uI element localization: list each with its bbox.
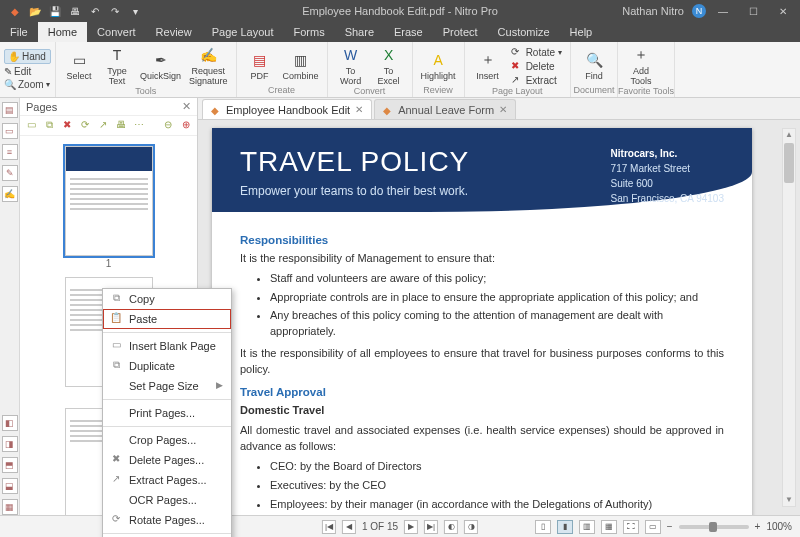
context-menu: ⧉Copy📋Paste▭Insert Blank Page⧉DuplicateS…: [102, 288, 232, 537]
menu-erase[interactable]: Erase: [384, 22, 433, 42]
pages-icon[interactable]: ▭: [2, 123, 18, 139]
quicksign-button[interactable]: ✒QuickSign: [140, 51, 181, 81]
pdf-button[interactable]: ▤PDF: [245, 51, 275, 81]
extract-button[interactable]: ↗Extract: [511, 74, 562, 86]
nav-fwd-button[interactable]: ◑: [464, 520, 478, 534]
vertical-scrollbar[interactable]: ▲ ▼: [782, 128, 796, 507]
menu-page-layout[interactable]: Page Layout: [202, 22, 284, 42]
menu-share[interactable]: Share: [335, 22, 384, 42]
first-page-button[interactable]: |◀: [322, 520, 336, 534]
save-icon[interactable]: 💾: [48, 4, 62, 18]
cm-rotate-pages-[interactable]: ⟳Rotate Pages...: [103, 510, 231, 530]
cm-print-pages-[interactable]: Print Pages...: [103, 403, 231, 423]
view-single-button[interactable]: ▯: [535, 520, 551, 534]
scroll-down-icon[interactable]: ▼: [783, 494, 795, 506]
view-collapse-button[interactable]: ▭: [645, 520, 661, 534]
menu-review[interactable]: Review: [146, 22, 202, 42]
maximize-button[interactable]: ☐: [740, 1, 766, 21]
next-page-button[interactable]: ▶: [404, 520, 418, 534]
cm-crop-pages-[interactable]: Crop Pages...: [103, 430, 231, 450]
menu-protect[interactable]: Protect: [433, 22, 488, 42]
redo-icon[interactable]: ↷: [108, 4, 122, 18]
user-name[interactable]: Nathan Nitro: [622, 5, 684, 17]
menu-file[interactable]: File: [0, 22, 38, 42]
tab-annual-leave[interactable]: ◆ Annual Leave Form ✕: [374, 99, 516, 119]
doc-address: Nitrocars, Inc. 717 Market Street Suite …: [611, 146, 724, 206]
tool5-icon[interactable]: ▦: [2, 499, 18, 515]
tool1-icon[interactable]: ◧: [2, 415, 18, 431]
menu-help[interactable]: Help: [560, 22, 603, 42]
view-fullscreen-button[interactable]: ⛶: [623, 520, 639, 534]
cm-delete-pages-[interactable]: ✖Delete Pages...: [103, 450, 231, 470]
nav-back-button[interactable]: ◐: [444, 520, 458, 534]
ribbon: ✋Hand ✎Edit 🔍Zoom▾ ▭Select TType Text ✒Q…: [0, 42, 800, 98]
layers-icon[interactable]: ≡: [2, 144, 18, 160]
menu-home[interactable]: Home: [38, 22, 87, 42]
signatures-icon[interactable]: ✍: [2, 186, 18, 202]
tool3-icon[interactable]: ⬒: [2, 457, 18, 473]
user-avatar[interactable]: N: [692, 4, 706, 18]
menu-customize[interactable]: Customize: [488, 22, 560, 42]
bookmarks-icon[interactable]: ▤: [2, 102, 18, 118]
highlight-button[interactable]: AHighlight: [421, 51, 456, 81]
find-button[interactable]: 🔍Find: [579, 51, 609, 81]
view-grid-button[interactable]: ▦: [601, 520, 617, 534]
cm-set-page-size[interactable]: Set Page Size▶: [103, 376, 231, 396]
pt-zoom-in-icon[interactable]: ⊕: [179, 119, 193, 133]
thumbnail-page-1[interactable]: [65, 146, 153, 256]
pt-copy-icon[interactable]: ⧉: [42, 119, 56, 133]
pt-more-icon[interactable]: ⋯: [132, 119, 146, 133]
pt-rotate-icon[interactable]: ⟳: [78, 119, 92, 133]
pt-delete-icon[interactable]: ✖: [60, 119, 74, 133]
select-button[interactable]: ▭Select: [64, 51, 94, 81]
scroll-thumb[interactable]: [784, 143, 794, 183]
cm-extract-pages-[interactable]: ↗Extract Pages...: [103, 470, 231, 490]
tab-close-icon[interactable]: ✕: [499, 104, 507, 115]
open-icon[interactable]: 📂: [28, 4, 42, 18]
pt-print-icon[interactable]: 🖶: [114, 119, 128, 133]
to-excel-button[interactable]: XTo Excel: [374, 46, 404, 86]
pages-panel: Pages ✕ ▭ ⧉ ✖ ⟳ ↗ 🖶 ⋯ ⊖ ⊕ 1 2: [20, 98, 198, 515]
zoom-in-button[interactable]: +: [755, 521, 761, 532]
zoom-tool[interactable]: 🔍Zoom▾: [4, 79, 51, 90]
tab-employee-handbook[interactable]: ◆ Employee Handbook Edit ✕: [202, 99, 372, 119]
tool4-icon[interactable]: ⬓: [2, 478, 18, 494]
scroll-up-icon[interactable]: ▲: [783, 129, 795, 141]
menu-forms[interactable]: Forms: [283, 22, 334, 42]
zoom-slider[interactable]: [679, 525, 749, 529]
window-title: Employee Handbook Edit.pdf - Nitro Pro: [302, 5, 498, 17]
close-button[interactable]: ✕: [770, 1, 796, 21]
cm-paste[interactable]: 📋Paste: [103, 309, 231, 329]
type-text-button[interactable]: TType Text: [102, 46, 132, 86]
qat-dropdown-icon[interactable]: ▾: [128, 4, 142, 18]
attachments-icon[interactable]: ✎: [2, 165, 18, 181]
add-tools-button[interactable]: ＋Add Tools: [626, 46, 656, 86]
menu-convert[interactable]: Convert: [87, 22, 146, 42]
pt-extract-icon[interactable]: ↗: [96, 119, 110, 133]
insert-button[interactable]: ＋Insert: [473, 51, 503, 81]
tab-close-icon[interactable]: ✕: [355, 104, 363, 115]
cm-ocr-pages-[interactable]: OCR Pages...: [103, 490, 231, 510]
prev-page-button[interactable]: ◀: [342, 520, 356, 534]
view-continuous-button[interactable]: ▮: [557, 520, 573, 534]
last-page-button[interactable]: ▶|: [424, 520, 438, 534]
cm-insert-blank-page[interactable]: ▭Insert Blank Page: [103, 336, 231, 356]
rotate-button[interactable]: ⟳Rotate▾: [511, 46, 562, 58]
request-signature-button[interactable]: ✍Request Signature: [189, 46, 228, 86]
print-icon[interactable]: 🖶: [68, 4, 82, 18]
edit-tool[interactable]: ✎Edit: [4, 66, 51, 77]
cm-duplicate[interactable]: ⧉Duplicate: [103, 356, 231, 376]
delete-button[interactable]: ✖Delete: [511, 60, 562, 72]
pages-close-icon[interactable]: ✕: [182, 100, 191, 113]
tool2-icon[interactable]: ◨: [2, 436, 18, 452]
to-word-button[interactable]: WTo Word: [336, 46, 366, 86]
hand-tool[interactable]: ✋Hand: [4, 49, 51, 64]
view-facing-button[interactable]: ▥: [579, 520, 595, 534]
pt-new-icon[interactable]: ▭: [24, 119, 38, 133]
combine-button[interactable]: ▥Combine: [283, 51, 319, 81]
undo-icon[interactable]: ↶: [88, 4, 102, 18]
minimize-button[interactable]: ―: [710, 1, 736, 21]
zoom-out-button[interactable]: −: [667, 521, 673, 532]
pt-zoom-out-icon[interactable]: ⊖: [161, 119, 175, 133]
cm-copy[interactable]: ⧉Copy: [103, 289, 231, 309]
